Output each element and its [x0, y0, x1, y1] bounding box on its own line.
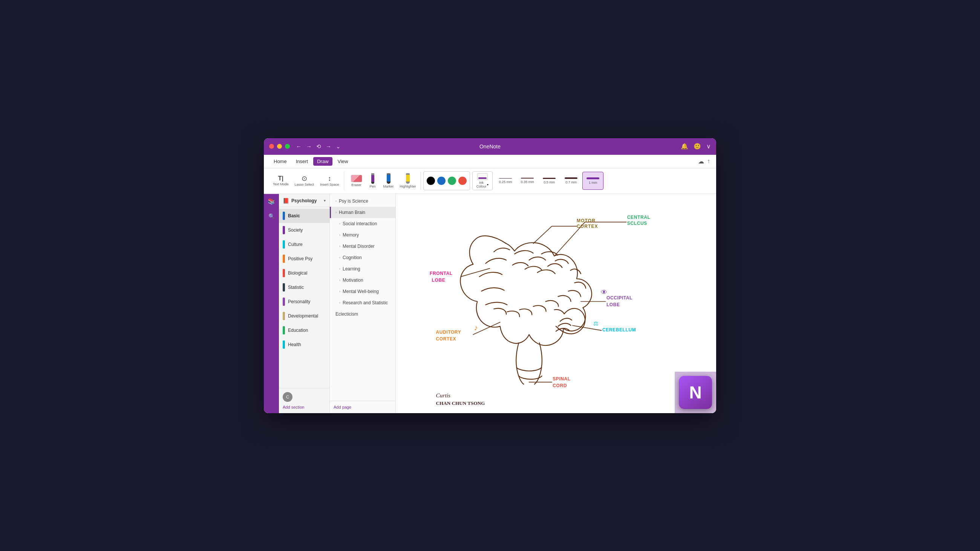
section-color-developmental	[283, 312, 285, 320]
section-education[interactable]: Education	[279, 323, 329, 337]
text-mode-button[interactable]: T| Text Mode	[270, 174, 291, 187]
page-motivation[interactable]: › Motivation	[330, 275, 395, 286]
menu-home[interactable]: Home	[270, 157, 291, 166]
stroke-035-label: 0.35 mm	[521, 180, 534, 184]
stroke-07-label: 0.7 mm	[565, 180, 577, 184]
section-health[interactable]: Health	[279, 337, 329, 352]
share-icon[interactable]: ↑	[707, 158, 710, 165]
ink-colour-button[interactable]: InkColour ▾	[472, 171, 493, 190]
notification-icon[interactable]: 🔔	[681, 143, 688, 150]
svg-text:FRONTAL: FRONTAL	[430, 271, 453, 276]
section-label-biological: Biological	[288, 270, 307, 276]
pages-footer: Add page	[330, 401, 395, 413]
section-label-culture: Culture	[288, 242, 303, 247]
section-society[interactable]: Society	[279, 223, 329, 237]
page-cognition[interactable]: › Cognition	[330, 252, 395, 263]
stroke-025-line	[499, 178, 512, 178]
stroke-07mm[interactable]: 0.7 mm	[560, 172, 582, 190]
add-page-button[interactable]: Add page	[334, 405, 391, 410]
page-social-interaction[interactable]: › Social interaction	[330, 218, 395, 229]
maximize-button[interactable]	[285, 144, 290, 149]
stroke-035mm[interactable]: 0.35 mm	[517, 172, 538, 190]
highlighter-button[interactable]: Highlighter	[398, 172, 418, 190]
window-controls-icon[interactable]: ∨	[706, 143, 711, 150]
page-learning[interactable]: › Learning	[330, 263, 395, 275]
page-label-motivation: Motivation	[343, 278, 363, 283]
add-section-button[interactable]: Add section	[283, 405, 326, 410]
sections-list: Basic Society Culture Positive Psy Biolo…	[279, 207, 329, 388]
section-developmental[interactable]: Developmental	[279, 309, 329, 323]
onenote-bg: N	[675, 372, 716, 413]
svg-text:CORTEX: CORTEX	[577, 224, 598, 229]
notebook-header: 📕 Psychology ▾	[279, 194, 329, 207]
user-avatar: C	[283, 392, 293, 402]
sync-button[interactable]: ⟲	[316, 143, 321, 150]
menu-draw[interactable]: Draw	[313, 157, 332, 166]
back-button[interactable]: ←	[296, 143, 302, 149]
page-mental-wellbeing[interactable]: › Mental Well-being	[330, 286, 395, 297]
pen-button[interactable]: Pen	[366, 172, 380, 190]
eraser-button[interactable]: Eraser	[348, 173, 364, 188]
section-color-education	[283, 326, 285, 335]
page-research-statistic[interactable]: › Research and Statistic	[330, 297, 395, 308]
lasso-select-button[interactable]: ⊙ Lasso Select	[293, 174, 317, 188]
section-color-personality	[283, 297, 285, 306]
page-chevron-memory: ›	[339, 233, 340, 237]
search-icon[interactable]: 🔍	[268, 213, 275, 219]
color-red[interactable]	[458, 177, 467, 185]
svg-text:OCCIPITAL: OCCIPITAL	[606, 295, 633, 300]
svg-text:LOBE: LOBE	[606, 302, 620, 307]
section-label-basic: Basic	[288, 213, 300, 218]
page-label-memory: Memory	[343, 232, 359, 238]
onenote-logo: N	[679, 376, 712, 409]
svg-line-0	[533, 226, 552, 243]
books-icon[interactable]: 📚	[267, 198, 275, 205]
app-window: ← → ⟲ → ⌄ OneNote 🔔 🙂 ∨ Home Insert Draw…	[264, 138, 716, 413]
section-personality[interactable]: Personality	[279, 295, 329, 309]
pen-label: Pen	[370, 184, 376, 188]
page-mental-disorder[interactable]: › Mental Disorder	[330, 241, 395, 252]
ink-colour-dropdown-arrow: ▾	[487, 183, 488, 186]
text-mode-icon: T|	[278, 176, 283, 181]
more-button[interactable]: ⌄	[336, 143, 341, 150]
section-color-culture	[283, 240, 285, 249]
forward-button[interactable]: →	[306, 143, 312, 149]
marker-icon	[387, 173, 390, 184]
minimize-button[interactable]	[277, 144, 282, 149]
page-human-brain[interactable]: › Human Brain	[330, 207, 395, 218]
menu-view[interactable]: View	[334, 157, 352, 166]
section-label-developmental: Developmental	[288, 313, 318, 319]
color-black[interactable]	[427, 177, 435, 185]
marker-button[interactable]: Marker	[381, 172, 396, 190]
page-chevron-human-brain: ›	[336, 211, 337, 214]
section-basic[interactable]: Basic	[279, 209, 329, 223]
page-chevron-mental-disorder: ›	[339, 245, 340, 248]
sections-footer: C Add section	[279, 388, 329, 413]
section-biological[interactable]: Biological	[279, 266, 329, 280]
color-green[interactable]	[448, 177, 456, 185]
stroke-1mm[interactable]: 1 mm	[582, 172, 603, 190]
pages-panel: › Psy is Science › Human Brain › Social …	[330, 194, 396, 413]
stroke-05mm[interactable]: 0.5 mm	[539, 172, 560, 190]
page-psy-is-science[interactable]: › Psy is Science	[330, 195, 395, 207]
color-blue[interactable]	[437, 177, 445, 185]
svg-text:AUDITORY: AUDITORY	[436, 330, 461, 335]
stroke-025mm[interactable]: 0.25 mm	[495, 172, 516, 190]
forward-page-button[interactable]: →	[326, 143, 331, 149]
page-chevron-motivation: ›	[339, 278, 340, 282]
page-eclecticism[interactable]: Eclecticism	[330, 308, 395, 320]
page-memory[interactable]: › Memory	[330, 229, 395, 241]
sidebar-strip: 📚 🔍	[264, 194, 279, 413]
smiley-icon[interactable]: 🙂	[694, 143, 701, 150]
section-statistic[interactable]: Statistic	[279, 280, 329, 295]
insert-space-button[interactable]: ↕ Insert Space	[318, 174, 342, 188]
section-culture[interactable]: Culture	[279, 237, 329, 252]
section-positive-psy[interactable]: Positive Psy	[279, 252, 329, 266]
menu-insert[interactable]: Insert	[292, 157, 312, 166]
close-button[interactable]	[269, 144, 274, 149]
lasso-select-label: Lasso Select	[295, 183, 314, 186]
main-content: 📚 🔍 📕 Psychology ▾ Basic Society	[264, 194, 716, 413]
cloud-icon[interactable]: ☁	[698, 158, 704, 165]
canvas-area[interactable]: MOTOR CORTEX CENTRAL SCLCUS FRONTAL LOBE…	[396, 194, 716, 413]
notebook-dropdown-icon[interactable]: ▾	[324, 198, 326, 203]
